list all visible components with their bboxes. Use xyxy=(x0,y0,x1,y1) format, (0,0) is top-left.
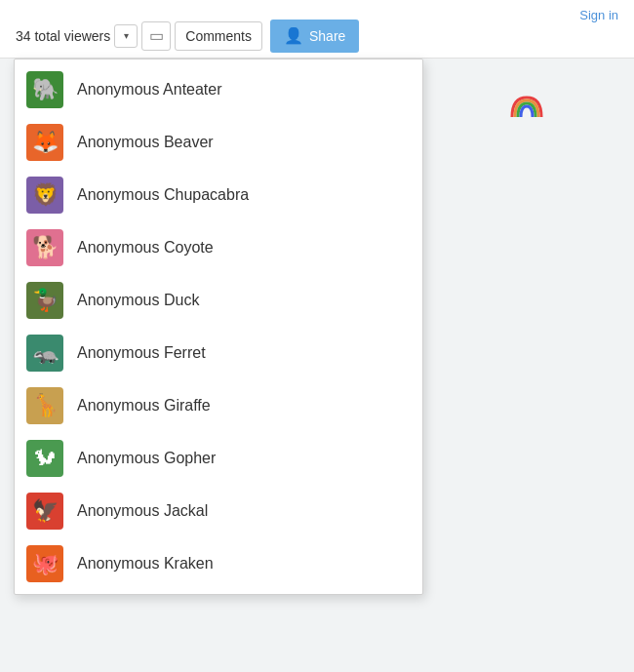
viewer-name-label: Anonymous Duck xyxy=(77,292,199,309)
content-area xyxy=(419,59,634,672)
list-item[interactable]: 🐘Anonymous Anteater xyxy=(15,63,422,116)
animal-avatar-icon: 🐿 xyxy=(26,440,63,477)
list-item[interactable]: 🐕Anonymous Coyote xyxy=(15,221,422,274)
animal-avatar-icon: 🦅 xyxy=(26,493,63,530)
share-icon: 👤 xyxy=(284,26,303,45)
list-item[interactable]: 🦅Anonymous Jackal xyxy=(15,485,422,537)
viewer-name-label: Anonymous Jackal xyxy=(77,502,208,520)
viewer-name-label: Anonymous Anteater xyxy=(77,81,222,99)
viewer-name-label: Anonymous Gopher xyxy=(77,450,216,467)
viewers-group: 34 total viewers ▾ ▭ Comments xyxy=(16,21,262,51)
list-item[interactable]: 🦡Anonymous Ferret xyxy=(15,327,422,379)
animal-avatar-icon: 🦡 xyxy=(26,335,63,372)
viewer-name-label: Anonymous Beaver xyxy=(77,134,214,151)
viewer-name-label: Anonymous Coyote xyxy=(77,239,214,257)
viewer-name-label: Anonymous Kraken xyxy=(77,555,214,573)
chat-button[interactable]: ▭ xyxy=(141,21,171,51)
viewer-list[interactable]: 🐘Anonymous Anteater🦊Anonymous Beaver🦁Ano… xyxy=(15,59,422,594)
animal-avatar-icon: 🦊 xyxy=(26,124,63,161)
viewers-dropdown-panel: 🐘Anonymous Anteater🦊Anonymous Beaver🦁Ano… xyxy=(14,59,423,595)
viewers-dropdown-button[interactable]: ▾ xyxy=(114,24,138,48)
sign-in-link[interactable]: Sign in xyxy=(579,8,618,22)
viewer-name-label: Anonymous Ferret xyxy=(77,344,206,362)
list-item[interactable]: 🦁Anonymous Chupacabra xyxy=(15,169,422,221)
list-item[interactable]: 🦆Anonymous Duck xyxy=(15,274,422,327)
viewers-label: 34 total viewers xyxy=(16,28,110,44)
chat-icon: ▭ xyxy=(149,26,164,45)
share-label: Share xyxy=(309,28,345,44)
dropdown-arrow-icon: ▾ xyxy=(124,30,129,41)
viewer-name-label: Anonymous Chupacabra xyxy=(77,186,249,204)
animal-avatar-icon: 🐘 xyxy=(26,71,63,108)
viewer-name-label: Anonymous Giraffe xyxy=(77,397,211,415)
list-item[interactable]: 🦊Anonymous Beaver xyxy=(15,116,422,169)
top-bar: Sign in 34 total viewers ▾ ▭ Comments 👤 … xyxy=(0,0,634,59)
animal-avatar-icon: 🦆 xyxy=(26,282,63,319)
share-button[interactable]: 👤 Share xyxy=(270,20,359,53)
animal-avatar-icon: 🐙 xyxy=(26,545,63,582)
list-item[interactable]: 🐿Anonymous Gopher xyxy=(15,432,422,485)
list-item[interactable]: 🦒Anonymous Giraffe xyxy=(15,379,422,432)
list-item[interactable]: 🐙Anonymous Kraken xyxy=(15,537,422,590)
animal-avatar-icon: 🐕 xyxy=(26,229,63,266)
comments-button[interactable]: Comments xyxy=(175,21,262,51)
rainbow-icon xyxy=(507,88,546,127)
animal-avatar-icon: 🦁 xyxy=(26,177,63,214)
animal-avatar-icon: 🦒 xyxy=(26,387,63,424)
